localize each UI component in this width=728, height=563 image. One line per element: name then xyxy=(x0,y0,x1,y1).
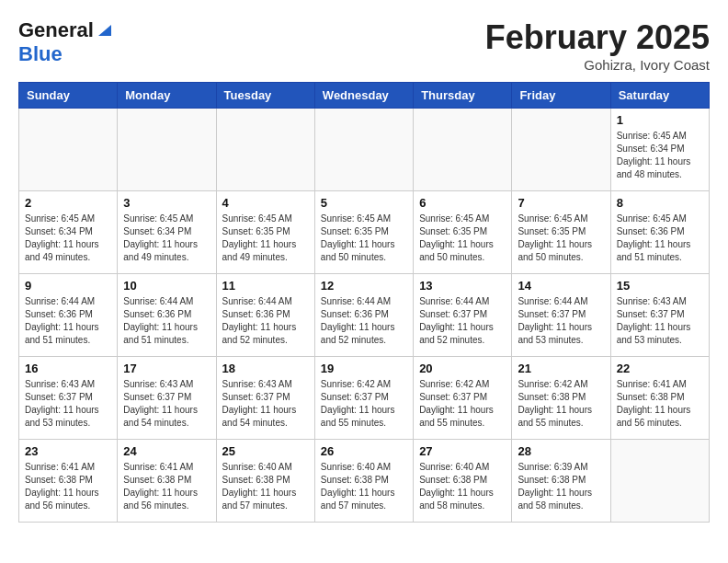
day-info: Sunrise: 6:41 AM Sunset: 6:38 PM Dayligh… xyxy=(25,461,111,512)
svg-marker-0 xyxy=(98,25,111,36)
weekday-header-friday: Friday xyxy=(512,83,610,109)
day-number: 18 xyxy=(222,362,309,375)
calendar-week-3: 16Sunrise: 6:43 AM Sunset: 6:37 PM Dayli… xyxy=(19,357,710,440)
weekday-header-saturday: Saturday xyxy=(610,83,709,109)
day-number: 27 xyxy=(419,444,506,458)
calendar-cell: 11Sunrise: 6:44 AM Sunset: 6:36 PM Dayli… xyxy=(216,274,314,357)
day-info: Sunrise: 6:40 AM Sunset: 6:38 PM Dayligh… xyxy=(321,461,407,512)
day-number: 10 xyxy=(123,279,210,293)
calendar-cell: 9Sunrise: 6:44 AM Sunset: 6:36 PM Daylig… xyxy=(19,274,118,357)
day-number: 21 xyxy=(518,362,604,375)
day-number: 9 xyxy=(25,279,111,293)
logo-blue: Blue xyxy=(18,42,63,65)
calendar-cell: 3Sunrise: 6:45 AM Sunset: 6:34 PM Daylig… xyxy=(118,191,216,274)
day-info: Sunrise: 6:42 AM Sunset: 6:38 PM Dayligh… xyxy=(518,378,604,430)
calendar-week-0: 1Sunrise: 6:45 AM Sunset: 6:34 PM Daylig… xyxy=(19,109,710,191)
calendar-cell xyxy=(19,109,118,191)
day-info: Sunrise: 6:43 AM Sunset: 6:37 PM Dayligh… xyxy=(25,378,111,430)
logo: General Blue xyxy=(18,18,111,66)
day-number: 17 xyxy=(123,362,210,375)
calendar-cell: 17Sunrise: 6:43 AM Sunset: 6:37 PM Dayli… xyxy=(118,357,216,440)
calendar-cell: 8Sunrise: 6:45 AM Sunset: 6:36 PM Daylig… xyxy=(610,191,709,274)
day-info: Sunrise: 6:40 AM Sunset: 6:38 PM Dayligh… xyxy=(419,461,506,512)
day-info: Sunrise: 6:44 AM Sunset: 6:37 PM Dayligh… xyxy=(518,295,604,347)
weekday-header-monday: Monday xyxy=(118,83,216,109)
calendar-cell xyxy=(216,109,314,191)
day-info: Sunrise: 6:44 AM Sunset: 6:36 PM Dayligh… xyxy=(222,295,309,347)
calendar-cell: 16Sunrise: 6:43 AM Sunset: 6:37 PM Dayli… xyxy=(19,357,118,440)
day-number: 13 xyxy=(419,279,506,293)
weekday-header-thursday: Thursday xyxy=(414,83,512,109)
calendar-cell: 21Sunrise: 6:42 AM Sunset: 6:38 PM Dayli… xyxy=(512,357,610,440)
calendar-cell xyxy=(414,109,512,191)
day-number: 5 xyxy=(321,196,407,210)
day-info: Sunrise: 6:45 AM Sunset: 6:34 PM Dayligh… xyxy=(123,213,210,264)
calendar-table: SundayMondayTuesdayWednesdayThursdayFrid… xyxy=(18,82,710,523)
day-info: Sunrise: 6:43 AM Sunset: 6:37 PM Dayligh… xyxy=(617,295,703,347)
calendar-cell: 18Sunrise: 6:43 AM Sunset: 6:37 PM Dayli… xyxy=(216,357,314,440)
header: General Blue February 2025 Gohizra, Ivor… xyxy=(18,18,710,73)
day-number: 16 xyxy=(25,362,111,375)
day-number: 19 xyxy=(321,362,407,375)
day-number: 22 xyxy=(617,362,703,375)
calendar-cell: 23Sunrise: 6:41 AM Sunset: 6:38 PM Dayli… xyxy=(19,440,118,523)
logo-general: General xyxy=(18,18,94,42)
calendar-cell xyxy=(610,440,709,523)
calendar-cell xyxy=(118,109,216,191)
calendar-week-1: 2Sunrise: 6:45 AM Sunset: 6:34 PM Daylig… xyxy=(19,191,710,274)
day-number: 1 xyxy=(617,113,703,127)
day-info: Sunrise: 6:41 AM Sunset: 6:38 PM Dayligh… xyxy=(123,461,210,512)
weekday-header-row: SundayMondayTuesdayWednesdayThursdayFrid… xyxy=(19,83,710,109)
day-number: 26 xyxy=(321,444,407,458)
weekday-header-tuesday: Tuesday xyxy=(216,83,314,109)
calendar-cell: 25Sunrise: 6:40 AM Sunset: 6:38 PM Dayli… xyxy=(216,440,314,523)
weekday-header-wednesday: Wednesday xyxy=(314,83,413,109)
calendar-cell: 7Sunrise: 6:45 AM Sunset: 6:35 PM Daylig… xyxy=(512,191,610,274)
day-number: 7 xyxy=(518,196,604,210)
calendar-cell: 4Sunrise: 6:45 AM Sunset: 6:35 PM Daylig… xyxy=(216,191,314,274)
calendar-week-4: 23Sunrise: 6:41 AM Sunset: 6:38 PM Dayli… xyxy=(19,440,710,523)
day-info: Sunrise: 6:45 AM Sunset: 6:36 PM Dayligh… xyxy=(617,213,703,264)
calendar-cell: 5Sunrise: 6:45 AM Sunset: 6:35 PM Daylig… xyxy=(314,191,413,274)
day-info: Sunrise: 6:41 AM Sunset: 6:38 PM Dayligh… xyxy=(617,378,703,430)
day-number: 25 xyxy=(222,444,309,458)
day-number: 28 xyxy=(518,444,604,458)
day-number: 4 xyxy=(222,196,309,210)
logo-triangle-icon xyxy=(95,21,111,38)
weekday-header-sunday: Sunday xyxy=(19,83,118,109)
month-title: February 2025 xyxy=(485,18,710,57)
day-number: 11 xyxy=(222,279,309,293)
day-info: Sunrise: 6:45 AM Sunset: 6:35 PM Dayligh… xyxy=(419,213,506,264)
day-number: 2 xyxy=(25,196,111,210)
calendar-cell: 14Sunrise: 6:44 AM Sunset: 6:37 PM Dayli… xyxy=(512,274,610,357)
day-number: 12 xyxy=(321,279,407,293)
location: Gohizra, Ivory Coast xyxy=(485,57,710,73)
calendar-cell: 2Sunrise: 6:45 AM Sunset: 6:34 PM Daylig… xyxy=(19,191,118,274)
day-info: Sunrise: 6:44 AM Sunset: 6:36 PM Dayligh… xyxy=(123,295,210,347)
calendar-cell: 28Sunrise: 6:39 AM Sunset: 6:38 PM Dayli… xyxy=(512,440,610,523)
day-info: Sunrise: 6:42 AM Sunset: 6:37 PM Dayligh… xyxy=(321,378,407,430)
day-info: Sunrise: 6:43 AM Sunset: 6:37 PM Dayligh… xyxy=(222,378,309,430)
day-number: 23 xyxy=(25,444,111,458)
calendar-cell: 24Sunrise: 6:41 AM Sunset: 6:38 PM Dayli… xyxy=(118,440,216,523)
calendar-week-2: 9Sunrise: 6:44 AM Sunset: 6:36 PM Daylig… xyxy=(19,274,710,357)
day-number: 14 xyxy=(518,279,604,293)
calendar-cell: 12Sunrise: 6:44 AM Sunset: 6:36 PM Dayli… xyxy=(314,274,413,357)
day-info: Sunrise: 6:45 AM Sunset: 6:35 PM Dayligh… xyxy=(321,213,407,264)
calendar-cell: 10Sunrise: 6:44 AM Sunset: 6:36 PM Dayli… xyxy=(118,274,216,357)
day-info: Sunrise: 6:44 AM Sunset: 6:36 PM Dayligh… xyxy=(321,295,407,347)
day-info: Sunrise: 6:40 AM Sunset: 6:38 PM Dayligh… xyxy=(222,461,309,512)
day-info: Sunrise: 6:39 AM Sunset: 6:38 PM Dayligh… xyxy=(518,461,604,512)
day-number: 20 xyxy=(419,362,506,375)
day-info: Sunrise: 6:45 AM Sunset: 6:34 PM Dayligh… xyxy=(25,213,111,264)
calendar-cell xyxy=(512,109,610,191)
day-info: Sunrise: 6:43 AM Sunset: 6:37 PM Dayligh… xyxy=(123,378,210,430)
day-info: Sunrise: 6:44 AM Sunset: 6:36 PM Dayligh… xyxy=(25,295,111,347)
day-info: Sunrise: 6:45 AM Sunset: 6:35 PM Dayligh… xyxy=(518,213,604,264)
calendar-cell: 1Sunrise: 6:45 AM Sunset: 6:34 PM Daylig… xyxy=(610,109,709,191)
day-info: Sunrise: 6:45 AM Sunset: 6:35 PM Dayligh… xyxy=(222,213,309,264)
calendar-cell: 26Sunrise: 6:40 AM Sunset: 6:38 PM Dayli… xyxy=(314,440,413,523)
calendar-cell: 6Sunrise: 6:45 AM Sunset: 6:35 PM Daylig… xyxy=(414,191,512,274)
day-number: 8 xyxy=(617,196,703,210)
day-number: 15 xyxy=(617,279,703,293)
